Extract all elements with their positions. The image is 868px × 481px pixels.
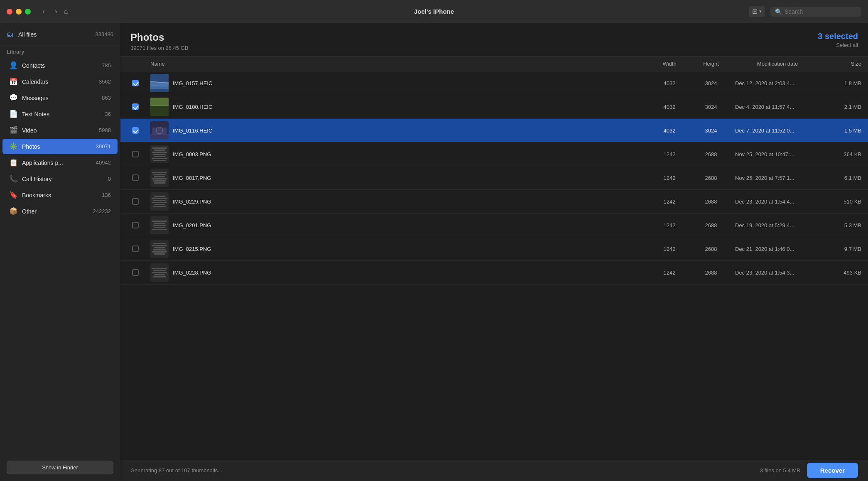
file-thumbnail-2 <box>150 121 169 140</box>
minimize-button[interactable] <box>16 9 22 15</box>
row-checkbox-5[interactable] <box>132 198 139 205</box>
sidebar-label-contacts: Contacts <box>22 62 98 69</box>
selected-count: 3 selected <box>818 32 858 41</box>
sidebar-label-video: Video <box>22 127 95 134</box>
file-height-5: 2688 <box>690 194 732 209</box>
sidebar-label-call-history: Call History <box>22 176 104 182</box>
file-name-0: IMG_0157.HEIC <box>173 80 212 86</box>
file-height-1: 3024 <box>690 100 732 114</box>
checkbox-cell-2[interactable] <box>124 123 147 138</box>
file-width-6: 1242 <box>649 218 690 233</box>
all-files-label: All files <box>18 31 91 38</box>
video-icon: 🎬 <box>9 126 18 135</box>
checkbox-cell-1[interactable] <box>124 99 147 114</box>
sidebar-count-call-history: 0 <box>108 176 111 182</box>
checkbox-cell-3[interactable] <box>124 147 147 162</box>
file-name-cell-1: IMG_0100.HEIC <box>147 95 649 118</box>
messages-icon: 💬 <box>9 93 18 102</box>
table-row[interactable]: IMG_0116.HEIC 4032 3024 Dec 7, 2020 at 1… <box>120 119 868 142</box>
sidebar-item-calendars[interactable]: 📅 Calendars 3562 <box>2 74 118 89</box>
chevron-down-icon: ▾ <box>759 9 762 14</box>
table-row[interactable]: IMG_0229.PNG 1242 2688 Dec 23, 2020 at 1… <box>120 190 868 214</box>
calendars-icon: 📅 <box>9 77 18 86</box>
file-thumbnail-4 <box>150 169 169 187</box>
sidebar-all-files[interactable]: 🗂 All files 333480 <box>0 23 120 44</box>
sidebar-label-calendars: Calendars <box>22 79 95 85</box>
sidebar-item-other[interactable]: 📦 Other 242232 <box>2 204 118 219</box>
sidebar-count-bookmarks: 136 <box>102 192 111 198</box>
file-size-6: 5.3 MB <box>823 218 865 233</box>
table-row[interactable]: IMG_0201.PNG 1242 2688 Dec 19, 2020 at 5… <box>120 214 868 237</box>
generating-status: Generating 87 out of 107 thumbnails... <box>130 467 222 474</box>
sidebar-item-text-notes[interactable]: 📄 Text Notes 36 <box>2 106 118 122</box>
row-checkbox-3[interactable] <box>132 151 139 157</box>
table-row[interactable]: IMG_0017.PNG 1242 2688 Nov 25, 2020 at 7… <box>120 166 868 190</box>
table-row[interactable]: IMG_0228.PNG 1242 2688 Dec 23, 2020 at 1… <box>120 261 868 285</box>
view-toggle-icon: ⊞ <box>752 7 758 15</box>
file-name-2: IMG_0116.HEIC <box>173 128 212 134</box>
file-name-cell-2: IMG_0116.HEIC <box>147 119 649 142</box>
checkbox-cell-6[interactable] <box>124 218 147 233</box>
table-row[interactable]: IMG_0003.PNG 1242 2688 Nov 25, 2020 at 1… <box>120 142 868 166</box>
file-name-cell-8: IMG_0228.PNG <box>147 261 649 284</box>
call-history-icon: 📞 <box>9 174 18 183</box>
table-row[interactable]: IMG_0157.HEIC 4032 3024 Dec 12, 2020 at … <box>120 71 868 95</box>
files-size-text: 3 files on 5.4 MB <box>760 467 800 474</box>
sidebar-item-applications[interactable]: 📋 Applications p... 40942 <box>2 155 118 170</box>
file-height-7: 2688 <box>690 242 732 256</box>
checkbox-cell-8[interactable] <box>124 265 147 280</box>
checkbox-cell-7[interactable] <box>124 241 147 256</box>
show-in-finder-button[interactable]: Show in Finder <box>7 461 113 474</box>
row-checkbox-2[interactable] <box>132 127 139 134</box>
sidebar-item-bookmarks[interactable]: 🔖 Bookmarks 136 <box>2 187 118 203</box>
row-checkbox-7[interactable] <box>132 245 139 252</box>
thumb-img-1 <box>150 98 169 116</box>
checkbox-cell-5[interactable] <box>124 194 147 209</box>
search-box[interactable]: 🔍 <box>770 7 861 17</box>
search-input[interactable] <box>785 8 856 15</box>
home-button[interactable]: ⌂ <box>64 7 69 16</box>
row-checkbox-4[interactable] <box>132 174 139 181</box>
file-width-7: 1242 <box>649 242 690 256</box>
col-header-name: Name <box>147 56 649 71</box>
titlebar: ‹ › ⌂ Joel's iPhone ⊞ ▾ 🔍 <box>0 0 868 23</box>
sidebar-item-call-history[interactable]: 📞 Call History 0 <box>2 171 118 187</box>
file-size-1: 2.1 MB <box>823 100 865 114</box>
file-width-0: 4032 <box>649 76 690 91</box>
file-thumbnail-6 <box>150 216 169 234</box>
view-toggle[interactable]: ⊞ ▾ <box>749 6 765 17</box>
sidebar-item-contacts[interactable]: 👤 Contacts 785 <box>2 58 118 73</box>
file-thumbnail-8 <box>150 263 169 282</box>
forward-button[interactable]: › <box>51 5 61 17</box>
bookmarks-icon: 🔖 <box>9 191 18 199</box>
file-name-8: IMG_0228.PNG <box>173 270 211 276</box>
traffic-lights <box>7 9 31 15</box>
row-checkbox-1[interactable] <box>132 103 139 110</box>
table-row[interactable]: IMG_0100.HEIC 4032 3024 Dec 4, 2020 at 1… <box>120 95 868 119</box>
file-height-3: 2688 <box>690 147 732 162</box>
table-row[interactable]: IMG_0215.PNG 1242 2688 Dec 21, 2020 at 1… <box>120 237 868 261</box>
row-checkbox-8[interactable] <box>132 269 139 276</box>
file-size-5: 510 KB <box>823 194 865 209</box>
sidebar-item-messages[interactable]: 💬 Messages 863 <box>2 90 118 106</box>
sidebar-count-text-notes: 36 <box>105 111 111 117</box>
file-date-2: Dec 7, 2020 at 11:52:0... <box>732 123 823 138</box>
select-all-link[interactable]: Select all <box>818 42 858 48</box>
sidebar-item-photos[interactable]: ✳️ Photos 39071 <box>2 139 118 154</box>
sidebar-count-photos: 39071 <box>96 143 111 150</box>
row-checkbox-6[interactable] <box>132 222 139 228</box>
checkbox-cell-4[interactable] <box>124 170 147 185</box>
checkbox-cell-0[interactable] <box>124 76 147 91</box>
file-table: IMG_0157.HEIC 4032 3024 Dec 12, 2020 at … <box>120 71 868 459</box>
recover-button[interactable]: Recover <box>807 463 858 478</box>
main-layout: 🗂 All files 333480 Library 👤 Contacts 78… <box>0 23 868 481</box>
svg-rect-5 <box>150 98 169 106</box>
sidebar-item-video[interactable]: 🎬 Video 5988 <box>2 123 118 138</box>
row-checkbox-0[interactable] <box>132 80 139 86</box>
sidebar: 🗂 All files 333480 Library 👤 Contacts 78… <box>0 23 120 481</box>
back-button[interactable]: ‹ <box>39 5 48 17</box>
file-width-3: 1242 <box>649 147 690 162</box>
maximize-button[interactable] <box>25 9 31 15</box>
close-button[interactable] <box>7 9 12 15</box>
text-notes-icon: 📄 <box>9 110 18 118</box>
